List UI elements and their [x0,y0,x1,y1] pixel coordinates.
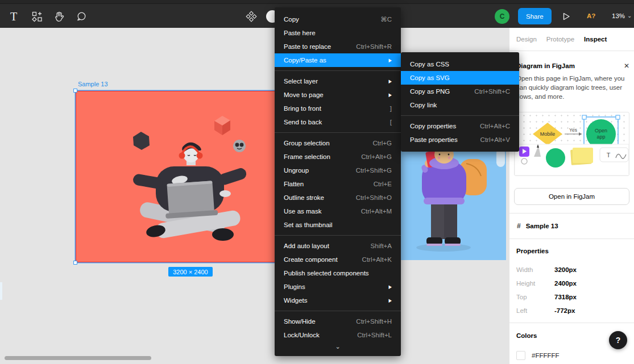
frame-hash-icon: # [517,222,521,230]
resources-tool-button[interactable] [31,10,43,23]
selected-frame-sample-13[interactable] [76,91,276,262]
menu-separator [275,70,401,71]
menu-item-set-as-thumbnail[interactable]: Set as thumbnail [275,218,401,232]
menu-scroll-chevron[interactable]: ⌄ [275,342,401,351]
menu-item-add-auto-layout[interactable]: Add auto layout Shift+A [275,239,401,253]
submenu-arrow-icon: ▶ [389,284,392,290]
property-width: Width 3200px [516,263,628,277]
color-swatch-row: #FFFFFF [516,351,560,360]
zoom-level-control[interactable]: 13% ⌄ [612,12,632,19]
svg-text:Mobile: Mobile [540,131,556,137]
menu-item-shortcut: Ctrl+Alt+C [480,123,510,129]
context-menu: Copy ⌘C Paste here Paste to replace Ctrl… [275,7,401,356]
text-tool-button[interactable]: T [7,10,20,23]
menu-item-shortcut: ] [390,105,392,112]
menu-item-label: Paste here [284,30,316,36]
svg-text:Yes: Yes [569,127,577,133]
property-height: Height 2400px [516,277,628,290]
tab-prototype[interactable]: Prototype [546,36,574,43]
property-top: Top 7318px [516,290,628,304]
menu-item-move-to-page[interactable]: Move to page ▶ [275,88,401,102]
menu-item-lock-unlock[interactable]: Lock/Unlock Ctrl+Shift+L [275,328,401,342]
menu-item-select-layer[interactable]: Select layer ▶ [275,74,401,88]
open-in-figjam-button[interactable]: Open in FigJam [514,188,629,205]
svg-text:app: app [596,134,605,140]
menu-item-shortcut: Ctrl+Alt+M [361,208,392,215]
close-icon[interactable]: ✕ [624,62,629,69]
property-label: Top [516,294,554,300]
menu-item-copy-link[interactable]: Copy link [401,98,519,112]
menu-item-label: Widgets [284,297,308,304]
menu-item-copy-as-png[interactable]: Copy as PNG Ctrl+Shift+C [401,85,519,98]
properties-heading: Properties [516,248,549,254]
main-menu-button[interactable] [245,10,258,23]
tab-design[interactable]: Design [516,36,537,43]
avatar[interactable]: C [495,9,509,24]
layer-name: Sample 13 [526,223,558,229]
menu-item-shortcut: Ctrl+E [374,181,392,187]
menu-item-label: Select layer [284,78,318,85]
menu-item-bring-to-front[interactable]: Bring to front ] [275,102,401,115]
menu-item-ungroup[interactable]: Ungroup Ctrl+Shift+G [275,164,401,177]
property-label: Left [516,307,554,314]
menu-item-label: Set as thumbnail [284,221,333,228]
inspect-panel: Design Prototype Inspect Diagram in FigJ… [509,28,634,364]
hand-tool-button[interactable] [53,10,65,23]
menu-separator [275,311,401,311]
selection-handle-bottom-left[interactable] [73,261,77,265]
menu-item-frame-selection[interactable]: Frame selection Ctrl+Alt+G [275,150,401,164]
panel-divider [509,213,634,214]
menu-item-shortcut: ⌘C [380,15,392,23]
menu-item-show-hide[interactable]: Show/Hide Ctrl+Shift+H [275,315,401,328]
menu-item-outline-stroke[interactable]: Outline stroke Ctrl+Shift+O [275,191,401,204]
property-label: Height [516,280,554,287]
tab-inspect[interactable]: Inspect [584,36,607,43]
menu-item-shortcut: Ctrl+Alt+G [361,153,392,160]
menu-item-use-as-mask[interactable]: Use as mask Ctrl+Alt+M [275,204,401,218]
menu-item-paste-properties[interactable]: Paste properties Ctrl+Alt+V [401,133,519,147]
menu-item-copy-paste-as[interactable]: Copy/Paste as ▶ [275,53,401,67]
menu-item-create-component[interactable]: Create component Ctrl+Alt+K [275,253,401,266]
menu-item-publish-selected-components[interactable]: Publish selected components [275,266,401,280]
horizontal-scrollbar[interactable] [5,356,151,360]
menu-item-label: Paste to replace [284,43,331,50]
help-button[interactable]: ? [609,331,627,349]
colors-heading: Colors [516,332,537,339]
menu-item-label: Copy as SVG [410,74,450,81]
canvas-frame-label[interactable]: Sample 13 [78,81,108,87]
menu-item-copy-properties[interactable]: Copy properties Ctrl+Alt+C [401,119,519,133]
menu-item-plugins[interactable]: Plugins ▶ [275,280,401,294]
menu-separator [401,115,519,116]
submenu-arrow-icon: ▶ [389,92,392,98]
menu-item-shortcut: Ctrl+Shift+R [356,43,392,50]
laptop-person-illustration [76,91,275,261]
color-hex: #FFFFFF [532,352,560,359]
menu-item-group-selection[interactable]: Group selection Ctrl+G [275,136,401,150]
comment-icon [76,11,87,22]
menu-item-copy[interactable]: Copy ⌘C [275,12,401,26]
property-left: Left -772px [516,304,628,317]
menu-item-widgets[interactable]: Widgets ▶ [275,294,401,307]
comment-tool-button[interactable] [75,10,88,23]
property-label: Width [516,266,554,273]
menu-item-shortcut: Ctrl+Shift+C [474,88,510,95]
missing-fonts-badge[interactable]: A? [587,12,595,19]
layer-row-sample-13[interactable]: # Sample 13 [517,222,558,230]
property-value: 2400px [554,280,577,287]
menu-item-copy-as-css[interactable]: Copy as CSS [401,57,519,71]
menu-item-label: Lock/Unlock [284,332,320,338]
figjam-preview: Mobile Yes Open app T [514,112,629,176]
menu-item-flatten[interactable]: Flatten Ctrl+E [275,177,401,191]
share-button[interactable]: Share [518,8,552,24]
menu-item-shortcut: Ctrl+G [372,140,392,147]
menu-item-paste-to-replace[interactable]: Paste to replace Ctrl+Shift+R [275,40,401,53]
menu-item-copy-as-svg[interactable]: Copy as SVG [401,71,519,85]
selection-handle-top-left[interactable] [73,89,77,93]
menu-item-send-to-back[interactable]: Send to back [ [275,115,401,129]
menu-item-paste-here[interactable]: Paste here [275,26,401,40]
menu-item-shortcut: Ctrl+Alt+K [362,256,392,263]
figjam-description: Open this page in FigJam, where you can … [516,74,629,101]
menu-item-label: Frame selection [284,153,330,160]
color-swatch[interactable] [516,351,525,360]
present-button[interactable] [561,11,572,22]
